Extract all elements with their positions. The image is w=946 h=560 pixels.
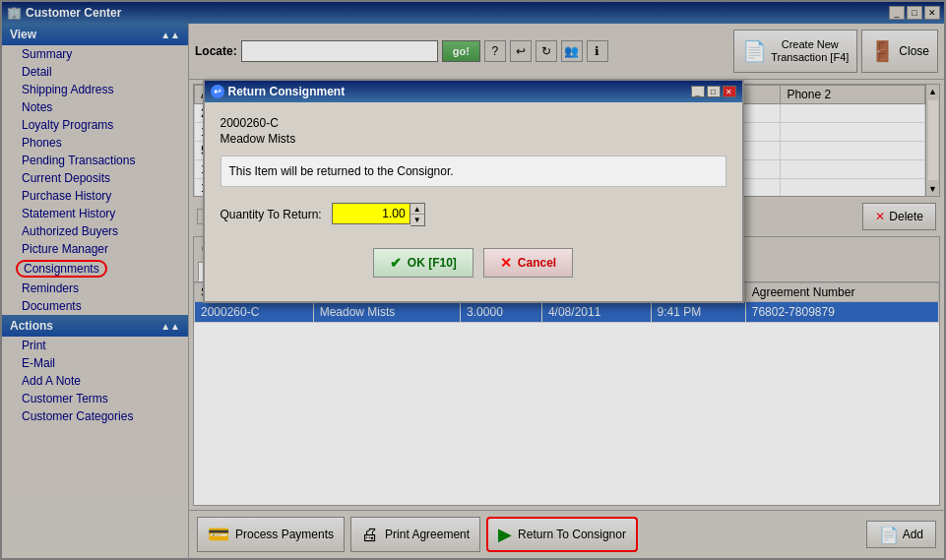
ok-label: OK [F10]: [408, 256, 457, 270]
cancel-label: Cancel: [518, 256, 556, 270]
dialog-item-id: 2000260-C: [221, 116, 726, 130]
dialog-footer: ✔ OK [F10] ✕ Cancel: [221, 242, 726, 287]
ok-button[interactable]: ✔ OK [F10]: [373, 248, 473, 278]
dialog-qty-row: Quantity To Return: ▲ ▼: [221, 203, 726, 226]
qty-spinner: ▲ ▼: [410, 203, 425, 226]
dialog-title-icon: ↩: [211, 85, 224, 98]
dialog-title: Return Consignment: [228, 85, 691, 98]
cancel-x-icon: ✕: [500, 255, 512, 271]
qty-input[interactable]: [332, 203, 410, 224]
dialog-win-btns: _ □ ✕: [691, 86, 736, 97]
cancel-button[interactable]: ✕ Cancel: [483, 248, 573, 278]
qty-input-wrapper: ▲ ▼: [332, 203, 425, 226]
dialog-qty-label: Quantity To Return:: [221, 208, 322, 221]
dialog-overlay: ↩ Return Consignment _ □ ✕ 2000260-C Mea…: [0, 0, 946, 560]
dialog-title-bar: ↩ Return Consignment _ □ ✕: [205, 81, 742, 102]
ok-checkmark-icon: ✔: [390, 255, 402, 271]
dialog-item-name: Meadow Mists: [221, 132, 726, 146]
dialog-maximize-button[interactable]: □: [707, 86, 721, 97]
dialog-close-button[interactable]: ✕: [723, 86, 736, 97]
qty-spin-up[interactable]: ▲: [410, 204, 424, 215]
qty-spin-down[interactable]: ▼: [410, 215, 424, 225]
dialog-message: This Item will be returned to the Consig…: [221, 156, 726, 187]
dialog-content: 2000260-C Meadow Mists This Item will be…: [205, 102, 742, 301]
dialog-minimize-button[interactable]: _: [691, 86, 705, 97]
return-consignment-dialog: ↩ Return Consignment _ □ ✕ 2000260-C Mea…: [203, 79, 744, 303]
